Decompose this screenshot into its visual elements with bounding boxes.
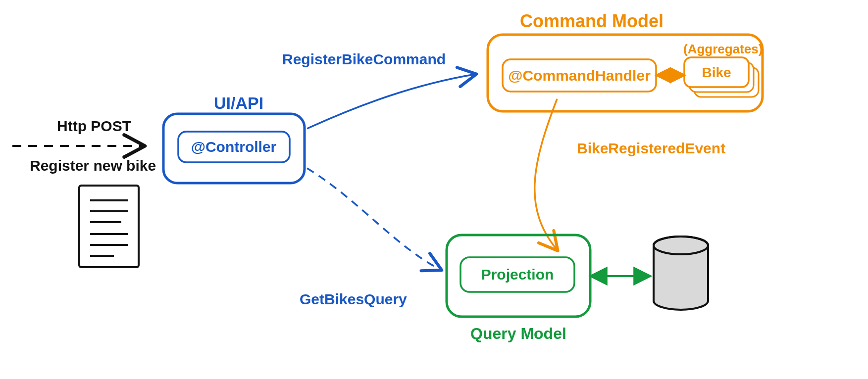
get-bikes-query-arrow: GetBikesQuery bbox=[300, 168, 441, 307]
projection-label: Projection bbox=[481, 266, 554, 283]
database-icon bbox=[654, 237, 708, 310]
http-arrow: Http POST Register new bike bbox=[12, 118, 156, 174]
command-handler-label: @CommandHandler bbox=[508, 67, 651, 84]
bike-aggregate-stack: Bike bbox=[684, 57, 759, 97]
document-icon bbox=[79, 186, 139, 267]
bike-registered-event-label: BikeRegisteredEvent bbox=[577, 140, 725, 156]
bike-registered-event-arrow: BikeRegisteredEvent bbox=[535, 99, 725, 250]
register-new-bike-label: Register new bike bbox=[30, 157, 156, 174]
query-model-container: Projection Query Model bbox=[447, 235, 590, 342]
http-post-label: Http POST bbox=[57, 118, 131, 134]
query-model-label: Query Model bbox=[470, 325, 566, 342]
register-bike-command-label: RegisterBikeCommand bbox=[282, 51, 446, 67]
cqrs-diagram: Http POST Register new bike UI/API @Cont… bbox=[0, 0, 868, 379]
command-model-label: Command Model bbox=[520, 11, 664, 31]
register-bike-command-arrow: RegisterBikeCommand bbox=[282, 51, 475, 129]
get-bikes-query-label: GetBikesQuery bbox=[300, 291, 407, 307]
aggregates-label: (Aggregates) bbox=[683, 42, 763, 56]
ui-api-label: UI/API bbox=[214, 94, 263, 112]
bike-label: Bike bbox=[702, 65, 731, 80]
command-model-container: Command Model @CommandHandler (Aggregate… bbox=[488, 11, 763, 111]
ui-api-container: UI/API @Controller bbox=[163, 94, 305, 183]
controller-label: @Controller bbox=[191, 139, 277, 155]
